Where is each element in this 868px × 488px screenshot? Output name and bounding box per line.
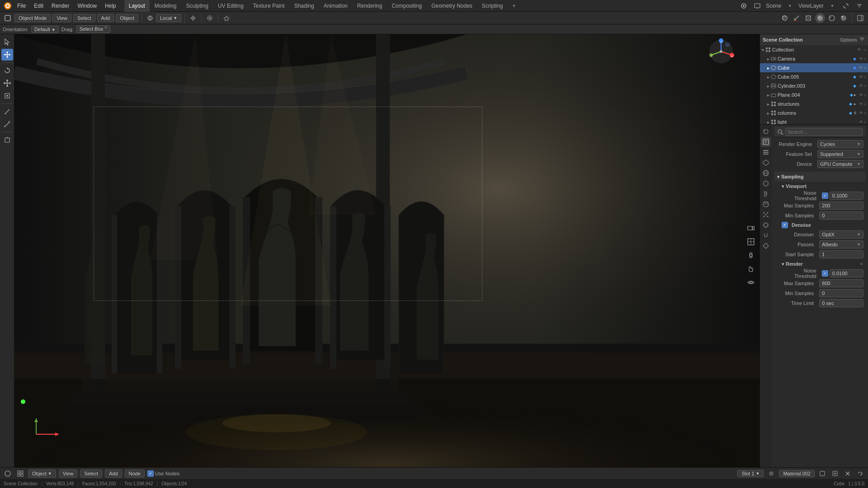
render-noise-checkbox[interactable]: ✓ (822, 270, 828, 277)
grab-icon[interactable] (745, 263, 757, 275)
tool-move[interactable] (1, 49, 13, 61)
render-engine-dropdown[interactable]: Cycles ▼ (817, 140, 863, 148)
menu-edit[interactable]: Edit (30, 2, 47, 10)
select-menu[interactable]: Select (73, 14, 95, 22)
viewport-indicator[interactable] (3, 469, 13, 479)
overlay-icon[interactable] (780, 13, 790, 23)
orientation-dropdown[interactable]: Local▼ (156, 14, 181, 22)
shading-rendered[interactable] (839, 13, 849, 23)
bottom-mode-dropdown[interactable]: Object ▼ (28, 469, 56, 478)
orientation-selector[interactable]: Default ▼ (31, 26, 59, 33)
proportional-edit-icon[interactable] (205, 13, 215, 23)
prop-icon-output[interactable] (761, 137, 771, 147)
sync-icon[interactable] (841, 1, 851, 11)
workspace-rendering[interactable]: Rendering (353, 0, 387, 12)
prop-icon-scene[interactable] (761, 158, 771, 168)
passes-dropdown[interactable]: Albedo ▼ (819, 240, 863, 249)
prop-icon-object-data[interactable] (761, 241, 771, 251)
outliner-structures[interactable]: ▸ structures ◆ ▸ 👁 ⎌ (760, 99, 868, 108)
screen-icon[interactable] (752, 1, 762, 11)
shading-solid[interactable] (815, 13, 825, 23)
bottom-add-menu[interactable]: Add (105, 469, 122, 478)
properties-search-input[interactable] (785, 128, 863, 136)
workspace-animation[interactable]: Animation (319, 0, 352, 12)
workspace-texture-paint[interactable]: Texture Paint (249, 0, 289, 12)
device-dropdown[interactable]: GPU Compute ▼ (817, 160, 863, 168)
bottom-node-menu[interactable]: Node (125, 469, 145, 478)
tool-rotate[interactable] (1, 65, 13, 76)
new-material-icon[interactable] (830, 469, 840, 479)
object-menu[interactable]: Object (116, 14, 138, 22)
axes-gizmo[interactable]: Z X Y (708, 38, 735, 66)
outliner-camera[interactable]: ▸ Camera ◆ 👁 ⎌ (760, 54, 868, 63)
viewport-max-samples-value[interactable]: 200 (819, 202, 863, 210)
menu-window[interactable]: Window (74, 2, 100, 10)
tool-measure[interactable] (1, 118, 13, 130)
prop-icon-modifier[interactable] (761, 189, 771, 199)
view-menu[interactable]: View (52, 14, 71, 22)
menu-render[interactable]: Render (48, 2, 73, 10)
denoise-checkbox[interactable]: ✓ (782, 222, 788, 228)
viewport-3d[interactable]: Z X Y (14, 34, 760, 476)
delete-material-icon[interactable] (843, 469, 853, 479)
denoise-sub-header[interactable]: ✓ Denoise (778, 221, 865, 230)
link-material-icon[interactable] (855, 469, 865, 479)
workspace-scripting[interactable]: Scripting (477, 0, 508, 12)
material-slot-selector[interactable]: Slot 1 ▼ (737, 470, 764, 477)
start-sample-value[interactable]: 1 (819, 250, 863, 258)
time-limit-value[interactable]: 0 sec (819, 299, 863, 307)
outliner-light[interactable]: ▸ light 👁 ⎌ (760, 117, 868, 125)
bottom-select-menu[interactable]: Select (80, 469, 102, 478)
tool-annotate[interactable] (1, 106, 13, 117)
menu-help[interactable]: Help (101, 2, 120, 10)
toggle-sidebar[interactable] (855, 13, 865, 23)
outliner-cylinder003[interactable]: ▸ Cylinder.003 ◆ 👁 ⎌ (760, 81, 868, 90)
tool-cursor[interactable] (1, 36, 13, 48)
scene-selector[interactable]: ▼ (785, 1, 795, 11)
prop-icon-world[interactable] (761, 168, 771, 178)
menu-file[interactable]: File (14, 2, 29, 10)
prop-icon-view-layer[interactable] (761, 147, 771, 157)
use-nodes-toggle[interactable]: ✓ Use Nodes (147, 470, 179, 477)
workspace-shading[interactable]: Shading (290, 0, 319, 12)
bottom-view-menu[interactable]: View (59, 469, 78, 478)
prop-icon-constraints[interactable] (761, 230, 771, 240)
workspace-add[interactable]: + (508, 0, 520, 12)
browse-material-icon[interactable] (817, 469, 827, 479)
shading-wireframe[interactable] (803, 13, 813, 23)
use-nodes-checkbox[interactable]: ✓ (147, 470, 154, 477)
outliner-filter-icon[interactable] (859, 36, 865, 43)
eye-icon[interactable] (745, 277, 757, 288)
blender-logo[interactable] (3, 1, 13, 11)
filter-icon[interactable] (854, 1, 864, 11)
editor-type[interactable] (15, 469, 25, 479)
outliner-options[interactable]: Options (840, 38, 857, 42)
workspace-modeling[interactable]: Modeling (150, 0, 181, 12)
camera-view-icon[interactable] (745, 222, 757, 234)
settings-icon[interactable] (745, 249, 757, 261)
mode-dropdown[interactable]: Object Mode (14, 14, 51, 22)
tool-transform[interactable] (1, 90, 13, 102)
pivot-icon[interactable] (188, 13, 198, 23)
viewport-noise-value[interactable]: 0.1000 (830, 192, 863, 200)
render-noise-value[interactable]: 0.0100 (830, 269, 863, 277)
sampling-header[interactable]: ▾ Sampling (774, 172, 865, 182)
outliner-cube005[interactable]: ▸ Cube.005 ◆ 👁 ⎌ (760, 72, 868, 81)
outliner-cube[interactable]: ▸ Cube ◆ 👁 ⎌ (760, 63, 868, 72)
workspace-uv-editing[interactable]: UV Editing (213, 0, 248, 12)
workspace-sculpting[interactable]: Sculpting (182, 0, 213, 12)
render-max-samples-value[interactable]: 800 (819, 279, 863, 287)
outliner-plane004[interactable]: ▸ Plane.004 ◆ ▸ 👁 ⎌ (760, 90, 868, 99)
denoiser-dropdown[interactable]: OptiX ▼ (819, 230, 863, 239)
snap-icon[interactable] (222, 13, 231, 23)
tool-add-cube[interactable] (1, 134, 13, 146)
render-sub-header[interactable]: ▾ Render ≡ (778, 259, 865, 268)
add-menu[interactable]: Add (97, 14, 114, 22)
outliner-columns[interactable]: ▸ columns ◆ 8 👁 ⎌ (760, 108, 868, 117)
grid-icon[interactable] (745, 236, 757, 248)
workspace-layout[interactable]: Layout (124, 0, 150, 12)
tool-scale[interactable] (1, 77, 13, 89)
prop-icon-particles[interactable] (761, 210, 771, 220)
gizmo-icon[interactable] (792, 13, 802, 23)
workspace-compositing[interactable]: Compositing (387, 0, 426, 12)
